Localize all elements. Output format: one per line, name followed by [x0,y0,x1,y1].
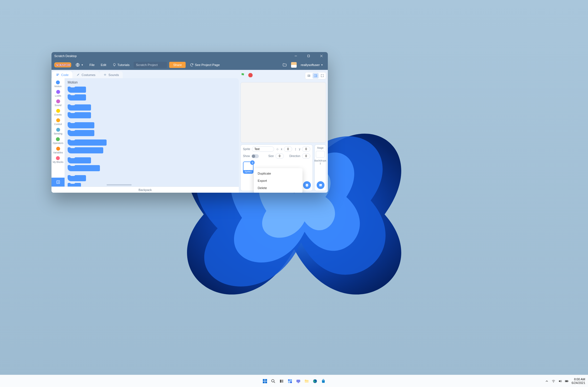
motion-block[interactable] [68,139,107,146]
large-stage-button[interactable] [313,73,319,79]
folder-icon [304,379,309,384]
xy-icon [276,148,279,151]
category-dot [56,137,60,141]
sprite-y-input[interactable] [302,146,310,152]
stage-title: Stage [317,146,324,149]
svg-rect-3 [56,75,58,76]
chat-icon [296,379,301,384]
motion-block[interactable] [68,112,91,118]
sprite-x-input[interactable] [284,146,292,152]
add-extension-button[interactable] [51,178,65,187]
category-motion[interactable]: Motion [55,80,62,88]
task-view-button[interactable] [278,378,285,385]
battery-icon[interactable] [565,379,569,383]
motion-block[interactable] [68,147,103,153]
context-export[interactable]: Export [254,177,302,184]
svg-rect-8 [314,75,316,77]
volume-icon[interactable] [558,379,562,383]
category-control[interactable]: Control [54,118,62,126]
category-sound[interactable]: Sound [55,99,61,107]
chevron-up-icon[interactable] [545,379,549,383]
motion-block[interactable] [68,175,86,181]
tab-costumes[interactable]: Costumes [72,71,99,78]
account-menu[interactable]: reallysoftuser ▼ [299,62,325,67]
category-looks[interactable]: Looks [55,89,61,98]
stage-thumbnail[interactable] [316,151,325,158]
stage[interactable] [240,82,326,143]
horizontal-scrollbar[interactable] [107,184,132,185]
svg-marker-5 [249,73,253,77]
tutorials-button[interactable]: Tutorials [110,62,132,68]
sprite-direction-input[interactable] [302,153,310,159]
category-variables[interactable]: Variables [53,146,63,155]
file-menu[interactable]: File [87,62,97,67]
show-toggle[interactable] [252,154,259,158]
category-label: My Blocks [53,161,63,163]
tab-code[interactable]: Code [52,71,72,78]
store-button[interactable] [320,378,327,385]
add-backdrop-button[interactable] [317,181,324,189]
window-title: Scratch Desktop [54,54,289,58]
svg-rect-25 [296,379,300,382]
start-button[interactable] [261,378,269,385]
motion-block[interactable] [68,183,81,187]
block-palette[interactable]: Motion [65,78,239,187]
window-close-button[interactable] [315,52,328,60]
system-clock[interactable]: 8:00 AM 6/24/2021 [572,378,585,384]
motion-block[interactable] [68,157,91,163]
edit-menu[interactable]: Edit [99,62,108,67]
category-operators[interactable]: Operators [53,137,63,145]
stop-button[interactable] [248,72,253,79]
widgets-button[interactable] [286,378,294,385]
fullscreen-button[interactable] [319,73,325,79]
titlebar[interactable]: Scratch Desktop [51,52,328,60]
see-project-page-button[interactable]: See Project Page [188,62,222,68]
category-dot [56,147,60,151]
backpack-toggle[interactable]: Backpack [51,187,239,193]
svg-rect-2 [56,74,59,74]
motion-block[interactable] [68,130,94,136]
sprite-thumbnail[interactable]: Sprite1 [243,161,254,174]
context-duplicate[interactable]: Duplicate [254,170,302,177]
windows-taskbar[interactable]: 8:00 AM 6/24/2021 [0,375,588,387]
share-button[interactable]: Share [169,62,186,68]
category-label: Control [54,123,62,126]
category-events[interactable]: Events [55,108,62,117]
svg-rect-13 [319,184,322,186]
taskbar-search-button[interactable] [270,378,277,385]
green-flag-button[interactable] [240,72,246,79]
small-stage-button[interactable] [306,73,312,79]
my-stuff-button[interactable] [281,62,289,68]
svg-rect-20 [282,379,283,383]
window-maximize-button[interactable] [302,52,315,60]
project-title-input[interactable] [134,62,167,68]
avatar [291,62,297,68]
category-dot [56,80,60,84]
motion-block[interactable] [68,104,91,111]
backdrops-count: 1 [320,162,321,165]
tab-sounds[interactable]: Sounds [99,71,123,78]
refresh-icon [190,63,194,67]
category-dot [56,128,60,132]
extension-icon [56,180,60,184]
file-explorer-button[interactable] [303,378,310,385]
sprite-size-input[interactable] [275,153,284,159]
motion-block[interactable] [68,122,94,128]
add-sprite-button[interactable] [303,181,311,189]
edge-button[interactable] [311,378,319,385]
context-delete[interactable]: Delete [254,184,302,192]
category-my-blocks[interactable]: My Blocks [53,156,63,164]
category-sensing[interactable]: Sensing [54,127,62,136]
scratch-logo[interactable]: SCRATCH [54,62,71,67]
language-menu[interactable]: ▼ [73,62,85,68]
wifi-icon[interactable] [552,379,555,383]
motion-block[interactable] [68,165,100,171]
delete-sprite-icon-button[interactable] [250,160,255,165]
updown-icon [294,148,297,151]
motion-block[interactable] [68,87,86,93]
motion-block[interactable] [68,94,86,101]
menubar: SCRATCH ▼ File Edit Tutorials Share See … [51,60,328,70]
sprite-name-input[interactable] [252,146,274,152]
chat-button[interactable] [295,378,302,385]
window-minimize-button[interactable] [289,52,302,60]
